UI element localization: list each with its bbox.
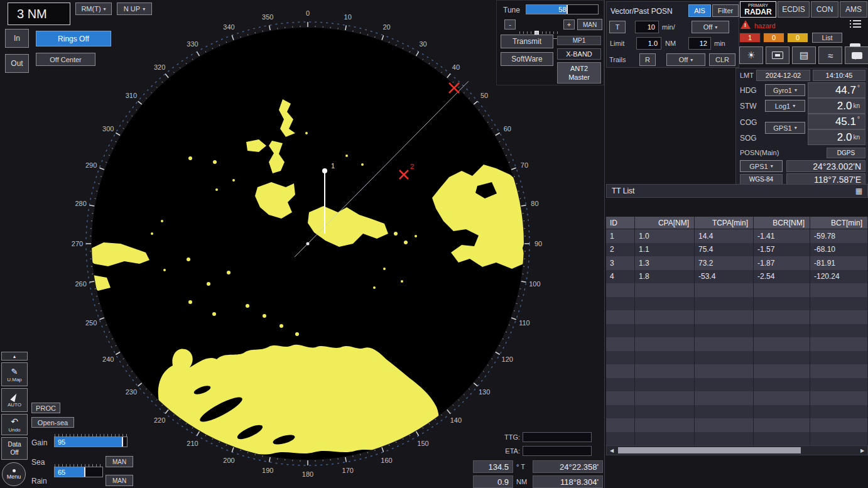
tt-list-spacer [606,198,868,217]
software-button[interactable]: SoftWare [501,52,553,66]
trails-mode-dropdown[interactable]: Off▾ [666,53,705,66]
hdg-source-dropdown[interactable]: Gyro1▾ [765,84,805,96]
tt-cell [635,337,695,351]
scroll-right-arrow[interactable]: ▶ [857,446,867,455]
rings-toggle-button[interactable]: Rings Off [36,31,111,46]
vector-true-button[interactable]: T [609,21,626,33]
ttg-field[interactable] [523,432,592,442]
sea-state-button[interactable]: ≈ [818,46,842,64]
auto-cursor-button[interactable]: AUTO [1,388,28,412]
scroll-thumb[interactable] [618,447,801,453]
tt-row-1[interactable]: 11.014.4-1.41-59.78 [606,229,868,243]
tt-grid-icon[interactable]: ▦ [855,187,862,195]
user-map-button[interactable]: ✎ U.Map [1,362,28,386]
alert-list-button[interactable]: List [812,33,842,43]
tab-radar[interactable]: PRIMARY RADAR [740,1,776,18]
past-posn-dropdown[interactable]: Off▾ [692,21,729,33]
trails-relative-button[interactable]: R [639,53,656,66]
tt-cell [754,405,810,419]
svg-text:300: 300 [102,125,114,133]
eta-field[interactable] [523,446,592,456]
brightness-button[interactable]: ☀ [739,46,763,64]
vector-time-field[interactable]: 10 [635,21,659,33]
tune-man-button[interactable]: MAN [577,19,602,30]
tt-column-header[interactable]: BCR[NM] [754,217,810,229]
scroll-left-arrow[interactable]: ◀ [607,446,617,455]
tt-row-empty[interactable] [606,283,868,297]
motion-mode-label: RM(T) [81,5,100,13]
tt-column-header[interactable]: ID [606,217,635,229]
off-center-button[interactable]: Off Center [36,53,95,66]
gain-slider[interactable]: 95 [54,436,127,447]
tt-row-empty[interactable] [606,297,868,311]
stw-source-dropdown[interactable]: Log1▾ [765,100,805,112]
svg-text:170: 170 [342,467,354,474]
tt-cell [695,283,754,297]
tt-row-empty[interactable] [606,405,868,419]
tt-row-3[interactable]: 31.373.2-1.87-81.91 [606,256,868,270]
message-button[interactable] [845,46,868,64]
tt-column-header[interactable]: BCT[min] [810,217,868,229]
toolbox-collapse-button[interactable]: ▴ [1,352,28,361]
trails-clear-button[interactable]: CLR [709,53,735,66]
tune-minus-button[interactable]: - [504,19,516,30]
motion-mode-dropdown[interactable]: RM(T)▾ [75,3,112,15]
orientation-dropdown[interactable]: N UP▾ [117,3,152,15]
display-settings-button[interactable] [766,46,789,64]
tt-row-empty[interactable] [606,432,868,446]
undo-button[interactable]: ↶ Undo [1,414,28,435]
tt-row-empty[interactable] [606,378,868,392]
tune-label: Tune [503,6,520,14]
filter-button[interactable]: Filter [712,4,739,17]
range-display[interactable]: 3 NM [8,3,70,25]
alerts-block: ! hazard 1 0 0 List ☀ ▤ ≈ [738,18,867,67]
collapse-icon: ▴ [13,354,16,359]
tt-row-empty[interactable] [606,351,868,365]
tt-row-empty[interactable] [606,310,868,324]
svg-text:40: 40 [452,63,460,71]
tt-horizontal-scrollbar[interactable]: ◀ ▶ [606,445,868,455]
alert-count-critical[interactable]: 1 [739,33,761,43]
tt-row-4[interactable]: 41.8-53.4-2.54-120.24 [606,270,868,284]
proc-button[interactable]: PROC [31,403,60,413]
rain-man-button[interactable]: MAN [106,475,133,486]
data-off-button[interactable]: Data Off [1,437,28,460]
sea-mode-button[interactable]: Open-sea [31,417,74,428]
tt-row-empty[interactable] [606,364,868,378]
tune-level-bar[interactable]: 58 [526,4,599,14]
tt-column-header[interactable]: TCPA[min] [695,217,754,229]
antenna-selector[interactable]: ANT2 Master [557,62,601,84]
tt-row-empty[interactable] [606,337,868,351]
sog-source-dropdown[interactable]: GPS1▾ [765,122,805,134]
transmit-button[interactable]: Transmit [501,35,553,48]
range-in-button[interactable]: In [5,29,29,48]
tab-ecdis[interactable]: ECDIS [778,1,810,18]
tab-ams[interactable]: AMS [840,1,867,18]
past-interval-field[interactable]: 12 [688,37,711,50]
tt-row-empty[interactable] [606,391,868,405]
ais-toggle-button[interactable]: AIS [688,4,711,17]
tune-plus-button[interactable]: + [563,19,575,30]
alert-menu-icon[interactable] [850,20,861,28]
tt-row-empty[interactable] [606,324,868,338]
hdg-label: HDG [740,86,757,95]
tt-cell [635,324,695,338]
tt-cell [754,324,810,338]
sea-slider[interactable]: 65 [54,467,103,477]
posn-source-dropdown[interactable]: GPS1▾ [740,160,783,172]
tt-column-header[interactable]: CPA[NM] [635,217,695,229]
mp1-button[interactable]: MP1 [557,36,601,45]
limit-value-field[interactable]: 1.0 [636,37,661,50]
svg-text:150: 150 [417,440,428,447]
tt-list-titlebar[interactable]: TT List ▦ [606,184,868,198]
tt-row-empty[interactable] [606,418,868,432]
menu-button[interactable]: Menu [2,462,26,486]
scroll-track[interactable] [617,446,857,455]
range-out-button[interactable]: Out [5,54,29,73]
alert-count-caution[interactable]: 0 [787,33,808,43]
sea-man-button[interactable]: MAN [106,456,133,467]
panel-settings-button[interactable]: ▤ [792,46,816,64]
tab-con[interactable]: CON [811,1,838,18]
tt-row-2[interactable]: 21.175.4-1.57-68.10 [606,243,868,257]
alert-count-warning[interactable]: 0 [763,33,784,43]
